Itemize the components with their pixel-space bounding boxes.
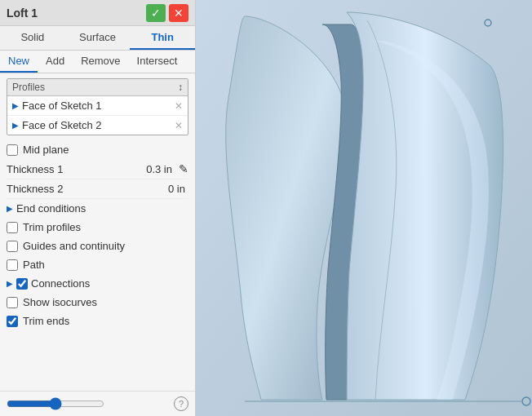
title-bar: Loft 1 ✓ ✕ bbox=[0, 0, 195, 26]
mid-plane-checkbox[interactable] bbox=[7, 144, 18, 156]
tab-surface[interactable]: Surface bbox=[65, 26, 131, 50]
thickness2-label: Thickness 2 bbox=[7, 183, 168, 195]
trim-ends-option[interactable]: Trim ends bbox=[7, 312, 188, 330]
mid-plane-option[interactable]: Mid plane bbox=[7, 140, 188, 159]
tab-new[interactable]: New bbox=[0, 51, 38, 73]
chevron-icon-2: ▶ bbox=[12, 121, 19, 130]
guides-continuity-option[interactable]: Guides and continuity bbox=[7, 237, 188, 255]
thickness1-edit-icon[interactable]: ✎ bbox=[179, 162, 188, 175]
connections-expand-icon: ▶ bbox=[7, 279, 13, 288]
profile-name-1: Face of Sketch 1 bbox=[22, 100, 175, 112]
sub-tabs: New Add Remove Intersect bbox=[0, 51, 195, 73]
slider-row: ? bbox=[0, 391, 195, 416]
end-conditions-expand-icon: ▶ bbox=[7, 204, 13, 213]
guides-continuity-checkbox[interactable] bbox=[7, 241, 18, 252]
thickness1-value: 0.3 in bbox=[146, 163, 172, 175]
panel-title: Loft 1 bbox=[7, 7, 38, 20]
end-conditions-label: End conditions bbox=[16, 202, 86, 215]
options-section: Mid plane Thickness 1 0.3 in ✎ Thickness… bbox=[0, 140, 195, 391]
trim-profiles-checkbox[interactable] bbox=[7, 222, 18, 233]
thickness2-value: 0 in bbox=[168, 183, 185, 195]
help-icon[interactable]: ? bbox=[174, 396, 188, 411]
tab-intersect[interactable]: Intersect bbox=[129, 51, 186, 73]
trim-ends-label: Trim ends bbox=[23, 315, 69, 327]
connections-label: Connections bbox=[31, 277, 90, 290]
chevron-icon-1: ▶ bbox=[12, 101, 19, 110]
end-conditions-row[interactable]: ▶ End conditions bbox=[7, 199, 188, 218]
show-isocurves-checkbox[interactable] bbox=[7, 297, 18, 308]
loft-panel: Loft 1 ✓ ✕ Solid Surface Thin New Add Re… bbox=[0, 0, 196, 416]
opacity-slider[interactable] bbox=[7, 397, 104, 410]
profiles-header: Profiles ↕ bbox=[7, 79, 188, 96]
profile-name-2: Face of Sketch 2 bbox=[22, 119, 175, 131]
tab-remove[interactable]: Remove bbox=[73, 51, 128, 73]
thickness2-row: Thickness 2 0 in bbox=[7, 179, 188, 199]
connections-checkbox[interactable] bbox=[16, 278, 28, 290]
path-label: Path bbox=[23, 259, 45, 271]
thickness1-label: Thickness 1 bbox=[7, 163, 146, 175]
trim-profiles-label: Trim profiles bbox=[23, 221, 81, 233]
profiles-box: Profiles ↕ ▶ Face of Sketch 1 ✕ ▶ Face o… bbox=[7, 78, 188, 135]
guides-continuity-label: Guides and continuity bbox=[23, 240, 125, 252]
profile-item-1[interactable]: ▶ Face of Sketch 1 ✕ bbox=[7, 96, 188, 116]
tab-add[interactable]: Add bbox=[38, 51, 73, 73]
title-bar-buttons: ✓ ✕ bbox=[146, 4, 188, 22]
path-checkbox[interactable] bbox=[7, 259, 18, 271]
viewport-svg bbox=[196, 0, 532, 416]
trim-ends-checkbox[interactable] bbox=[7, 316, 18, 327]
profiles-label: Profiles bbox=[12, 82, 45, 93]
slider-container bbox=[7, 397, 174, 410]
tab-thin[interactable]: Thin bbox=[130, 26, 195, 50]
profile-close-2[interactable]: ✕ bbox=[175, 120, 183, 131]
show-isocurves-label: Show isocurves bbox=[23, 296, 97, 308]
connections-row[interactable]: ▶ Connections bbox=[7, 274, 188, 293]
viewport bbox=[196, 0, 532, 416]
profile-item-2[interactable]: ▶ Face of Sketch 2 ✕ bbox=[7, 116, 188, 135]
tab-solid[interactable]: Solid bbox=[0, 26, 65, 50]
trim-profiles-option[interactable]: Trim profiles bbox=[7, 218, 188, 237]
thickness1-row: Thickness 1 0.3 in ✎ bbox=[7, 159, 188, 179]
profile-close-1[interactable]: ✕ bbox=[175, 100, 183, 112]
confirm-button[interactable]: ✓ bbox=[146, 4, 166, 22]
type-tabs: Solid Surface Thin bbox=[0, 26, 195, 51]
show-isocurves-option[interactable]: Show isocurves bbox=[7, 293, 188, 312]
cancel-button[interactable]: ✕ bbox=[169, 4, 188, 22]
mid-plane-label: Mid plane bbox=[23, 144, 69, 156]
path-option[interactable]: Path bbox=[7, 255, 188, 274]
sort-icon[interactable]: ↕ bbox=[178, 82, 183, 93]
